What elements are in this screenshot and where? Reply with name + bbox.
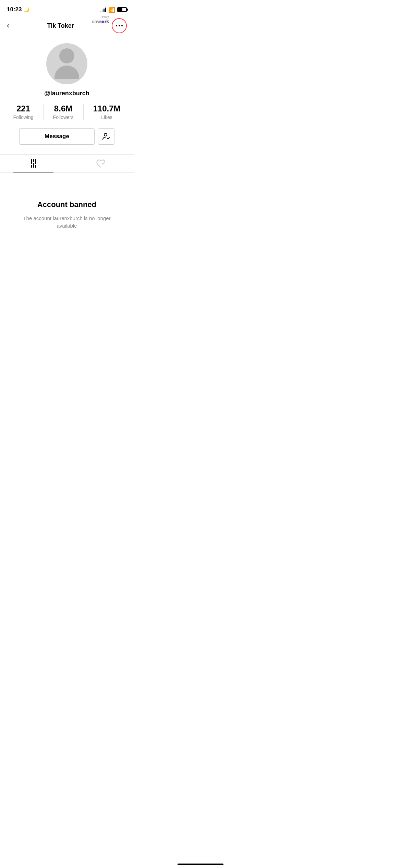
battery-icon [117, 7, 127, 12]
stat-likes[interactable]: 110.7M Likes [84, 104, 130, 120]
tabs-row [0, 154, 134, 173]
watermark-easy: easy [85, 15, 109, 19]
banned-title: Account banned [37, 200, 96, 209]
back-button[interactable]: ‹ [7, 21, 9, 30]
avatar-placeholder [54, 48, 79, 79]
profile-section: @laurenxburch 221 Following 8.6M Followe… [0, 34, 134, 154]
stat-following[interactable]: 221 Following [3, 104, 43, 120]
more-button[interactable] [112, 18, 127, 33]
status-bar: 10:23 🌙 📶 [0, 0, 134, 17]
followers-label: Followers [53, 114, 74, 120]
watermark-co: cow [92, 19, 101, 24]
action-buttons: Message [7, 128, 127, 145]
following-count: 221 [16, 104, 30, 114]
watermark-ork: rk [105, 19, 109, 24]
status-time: 10:23 [7, 6, 22, 13]
grid-icon [31, 159, 36, 168]
wifi-icon: 📶 [108, 7, 115, 13]
moon-icon: 🌙 [24, 7, 29, 12]
following-label: Following [13, 114, 33, 120]
svg-point-0 [104, 133, 107, 136]
stat-followers[interactable]: 8.6M Followers [44, 104, 84, 120]
likes-label: Likes [101, 114, 112, 120]
signal-icon [100, 7, 106, 12]
follow-check-button[interactable] [98, 128, 114, 145]
person-check-icon [102, 132, 110, 141]
liked-icon [96, 159, 105, 168]
username: @laurenxburch [44, 90, 89, 97]
status-icons: 📶 [100, 7, 127, 13]
page-title: Tik Toker [47, 22, 74, 29]
watermark-dot [101, 21, 104, 23]
likes-count: 110.7M [93, 104, 121, 114]
banned-section: Account banned The account laurenxburch … [0, 173, 134, 244]
banned-description: The account laurenxburch is no longer av… [14, 215, 120, 230]
more-dots-icon [116, 25, 123, 26]
stats-row: 221 Following 8.6M Followers 110.7M Like… [7, 104, 127, 120]
message-button[interactable]: Message [19, 128, 95, 145]
avatar [46, 43, 87, 84]
avatar-container [46, 43, 87, 84]
followers-count: 8.6M [54, 104, 72, 114]
tab-liked[interactable] [67, 155, 134, 172]
avatar-body [54, 65, 79, 79]
avatar-head [59, 48, 74, 63]
tab-videos[interactable] [0, 155, 67, 172]
nav-bar: ‹ Tik Toker easy cowrk [0, 17, 134, 34]
watermark: easy cowrk [85, 15, 109, 25]
